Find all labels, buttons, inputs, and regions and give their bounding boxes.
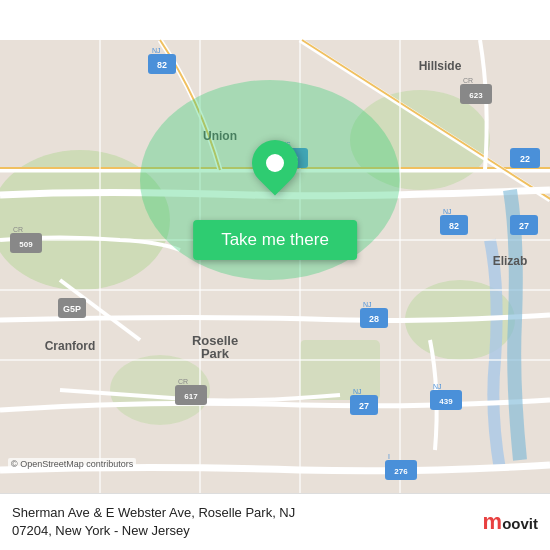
- svg-text:617: 617: [184, 392, 198, 401]
- bottom-panel: Sherman Ave & E Webster Ave, Roselle Par…: [0, 493, 550, 550]
- map-pin: [252, 140, 298, 186]
- svg-text:28: 28: [369, 314, 379, 324]
- svg-text:CR: CR: [463, 77, 473, 84]
- svg-text:Hillside: Hillside: [419, 59, 462, 73]
- moovit-rest: oovit: [502, 515, 538, 532]
- svg-rect-4: [300, 340, 380, 400]
- svg-text:G5P: G5P: [63, 304, 81, 314]
- address-block: Sherman Ave & E Webster Ave, Roselle Par…: [12, 504, 473, 540]
- svg-text:CR: CR: [178, 378, 188, 385]
- svg-text:NJ: NJ: [363, 301, 372, 308]
- address-text: Sherman Ave & E Webster Ave, Roselle Par…: [12, 504, 473, 540]
- svg-text:509: 509: [19, 240, 33, 249]
- moovit-logo-text: moovit: [483, 509, 538, 535]
- svg-text:623: 623: [469, 91, 483, 100]
- svg-text:Cranford: Cranford: [45, 339, 96, 353]
- svg-text:NJ: NJ: [353, 388, 362, 395]
- take-me-there-button[interactable]: Take me there: [193, 220, 357, 260]
- svg-text:276: 276: [394, 467, 408, 476]
- svg-text:Park: Park: [201, 346, 230, 361]
- svg-text:82: 82: [449, 221, 459, 231]
- svg-text:NJ: NJ: [152, 47, 161, 54]
- svg-text:27: 27: [519, 221, 529, 231]
- svg-text:I: I: [388, 453, 390, 460]
- svg-text:NJ: NJ: [443, 208, 452, 215]
- svg-text:27: 27: [359, 401, 369, 411]
- svg-text:NJ: NJ: [433, 383, 442, 390]
- svg-text:22: 22: [520, 154, 530, 164]
- map-container: 82 NJ 22 US 22 509 CR 82 NJ 27 G5P 28 NJ…: [0, 0, 550, 550]
- map-copyright: © OpenStreetMap contributors: [8, 458, 136, 470]
- svg-text:Elizab: Elizab: [493, 254, 528, 268]
- svg-text:82: 82: [157, 60, 167, 70]
- moovit-m: m: [483, 509, 503, 534]
- svg-text:439: 439: [439, 397, 453, 406]
- moovit-logo: moovit: [483, 509, 538, 535]
- svg-text:CR: CR: [13, 226, 23, 233]
